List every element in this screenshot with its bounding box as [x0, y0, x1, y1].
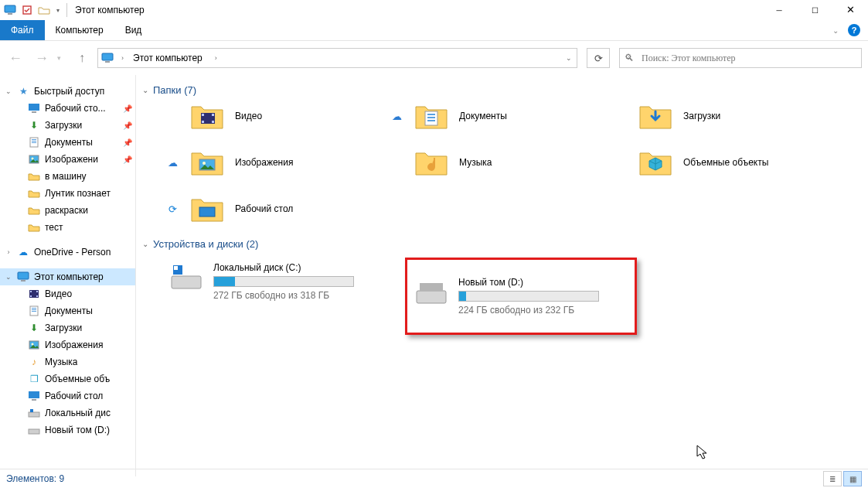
svg-rect-46 — [417, 291, 446, 303]
sidebar-item-coloring[interactable]: раскраски — [0, 202, 135, 219]
sidebar-item-quick-access[interactable]: ⌄ ★ Быстрый доступ — [0, 83, 135, 100]
folder-label: Музыка — [459, 157, 492, 168]
sidebar-item-label: Документы — [45, 305, 93, 316]
svg-rect-35 — [212, 121, 214, 123]
qat-newfolder-icon[interactable] — [36, 2, 53, 19]
drive-capacity-bar — [458, 291, 599, 302]
sidebar-item-label: раскраски — [45, 205, 88, 216]
search-input[interactable] — [640, 52, 856, 65]
pin-icon: 📌 — [123, 104, 132, 113]
sidebar-item-disk-c[interactable]: Локальный дис — [0, 404, 135, 421]
drive-item-d[interactable]: Новый том (D:) 224 ГБ свободно из 232 ГБ — [405, 258, 637, 335]
sidebar-item-luntik[interactable]: Лунтик познает — [0, 185, 135, 202]
svg-rect-13 — [18, 272, 29, 279]
sidebar-item-label: Документы — [45, 137, 93, 148]
svg-rect-45 — [174, 266, 178, 270]
folder-item-desktop[interactable]: ⟳ Рабочий стол — [165, 193, 382, 224]
svg-rect-18 — [30, 295, 32, 297]
tab-computer[interactable]: Компьютер — [45, 20, 114, 40]
folder-downloads-icon — [638, 101, 672, 131]
minimize-button[interactable]: ─ — [761, 0, 797, 20]
window-title: Этот компьютер — [70, 5, 145, 15]
svg-point-25 — [32, 343, 34, 346]
close-button[interactable]: ✕ — [832, 0, 868, 20]
sidebar-item-label: Этот компьютер — [34, 271, 104, 282]
folder-item-downloads[interactable]: Загрузки — [614, 101, 830, 131]
qat-properties-icon[interactable] — [19, 2, 36, 19]
pin-icon: 📌 — [123, 138, 132, 147]
sidebar-item-this-pc[interactable]: ⌄ Этот компьютер — [0, 268, 135, 285]
pin-icon: 📌 — [123, 121, 132, 130]
tab-file[interactable]: Файл — [0, 20, 45, 40]
search-icon: 🔍︎ — [625, 53, 634, 63]
breadcrumb-this-pc[interactable]: Этот компьютер — [128, 53, 210, 63]
nav-up-button[interactable]: ↑ — [71, 47, 93, 69]
pictures-icon — [28, 153, 40, 166]
sidebar-item-music[interactable]: ♪ Музыка — [0, 353, 135, 370]
folder-item-pictures[interactable]: ☁ Изображения — [165, 147, 382, 178]
sidebar-item-car[interactable]: в машину — [0, 168, 135, 185]
sidebar-item-label: Загрузки — [45, 322, 82, 333]
sidebar-item-video[interactable]: Видео — [0, 285, 135, 302]
svg-rect-19 — [36, 295, 38, 297]
folder-item-3dobjects[interactable]: Объемные объекты — [614, 147, 830, 178]
sidebar-item-pictures-pin[interactable]: Изображени 📌 — [0, 151, 135, 168]
folder-documents-icon — [414, 101, 448, 131]
folder-label: Изображения — [235, 157, 293, 168]
group-folders-header[interactable]: ⌄ Папки (7) — [142, 84, 862, 96]
nav-forward-button[interactable]: → — [31, 47, 53, 69]
nav-history-dropdown[interactable]: ▾ — [57, 54, 66, 62]
sidebar-item-label: Лунтик познает — [45, 188, 111, 199]
search-box[interactable]: 🔍︎ — [619, 48, 862, 68]
star-icon: ★ — [17, 85, 29, 97]
maximize-button[interactable]: ☐ — [797, 0, 832, 20]
sidebar-item-label: Рабочий стол — [45, 391, 103, 401]
cube-icon: ❒ — [28, 373, 40, 385]
folder-icon — [28, 170, 40, 183]
folder-item-documents[interactable]: ☁ Документы — [390, 101, 606, 131]
folder-item-music[interactable]: Музыка — [390, 147, 606, 178]
drive-bar-fill — [459, 292, 466, 301]
sidebar-item-downloads[interactable]: ⬇ Загрузки — [0, 319, 135, 336]
svg-rect-4 — [105, 61, 110, 63]
svg-rect-28 — [29, 412, 39, 417]
sidebar-item-label: Изображени — [45, 154, 98, 165]
view-tiles-button[interactable]: ▦ — [843, 471, 862, 486]
qat-pc-icon[interactable] — [2, 2, 19, 19]
sidebar-item-downloads-pin[interactable]: ⬇ Загрузки 📌 — [0, 117, 135, 134]
sidebar-item-desktop-pin[interactable]: Рабочий сто... 📌 — [0, 100, 135, 117]
address-chevron-icon[interactable]: › — [210, 54, 222, 62]
nav-back-button[interactable]: ← — [5, 47, 26, 69]
address-root-chevron-icon[interactable]: › — [117, 54, 128, 62]
folder-item-video[interactable]: Видео — [165, 101, 382, 131]
sidebar-item-test[interactable]: тест — [0, 219, 135, 236]
group-drives-header[interactable]: ⌄ Устройства и диски (2) — [142, 238, 862, 250]
view-details-button[interactable]: ≣ — [823, 471, 842, 486]
sidebar-item-pictures[interactable]: Изображения — [0, 336, 135, 353]
quick-access-toolbar: ▾ — [0, 2, 63, 19]
address-dropdown-icon[interactable]: ⌄ — [561, 54, 577, 62]
qat-dropdown-icon[interactable]: ▾ — [53, 2, 63, 19]
sidebar-item-documents[interactable]: Документы — [0, 302, 135, 319]
svg-rect-3 — [102, 53, 113, 60]
sidebar-item-label: Изображения — [45, 340, 103, 350]
ribbon-right: ⌄ ? — [832, 20, 868, 40]
drive-item-c[interactable]: Локальный диск (C:) 272 ГБ свободно из 3… — [165, 258, 397, 335]
sidebar-item-onedrive[interactable]: › ☁ OneDrive - Person — [0, 244, 135, 261]
svg-rect-9 — [32, 141, 36, 142]
ribbon-collapse-icon[interactable]: ⌄ — [832, 26, 839, 35]
sidebar-item-desktop[interactable]: Рабочий стол — [0, 387, 135, 404]
folder-icon — [28, 204, 40, 217]
svg-rect-39 — [427, 120, 435, 121]
sidebar-item-3dobjects[interactable]: ❒ Объемные объ — [0, 370, 135, 387]
sidebar-item-disk-d[interactable]: Новый том (D:) — [0, 421, 135, 439]
svg-rect-22 — [32, 309, 36, 310]
refresh-button[interactable]: ⟳ — [587, 48, 610, 68]
folder-pictures-icon — [190, 147, 224, 178]
address-bar[interactable]: › Этот компьютер › ⌄ — [97, 48, 577, 68]
chevron-down-icon: ⌄ — [142, 86, 148, 94]
help-icon[interactable]: ? — [848, 24, 860, 36]
tab-view[interactable]: Вид — [114, 20, 153, 40]
sidebar-item-documents-pin[interactable]: Документы 📌 — [0, 134, 135, 151]
chevron-right-icon: › — [5, 248, 12, 256]
